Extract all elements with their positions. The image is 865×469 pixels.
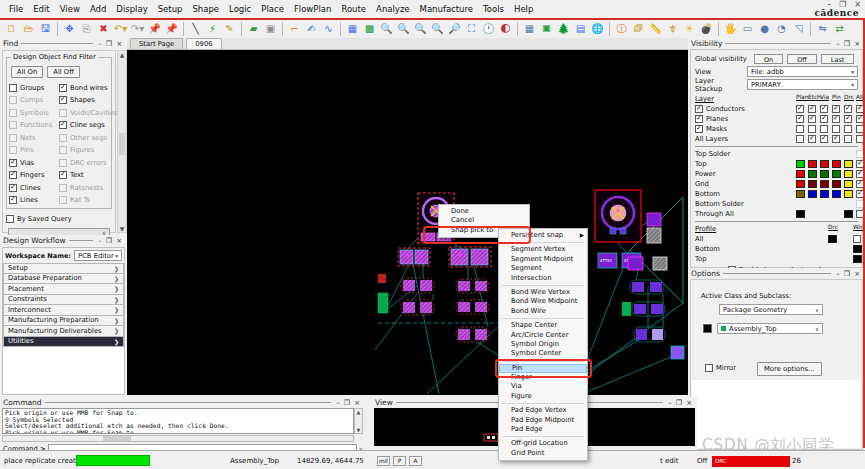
absolute-button[interactable]: A (409, 456, 422, 466)
masks-via-checkbox[interactable] (820, 125, 828, 133)
nets-checkbox[interactable] (9, 134, 17, 142)
drc-errors-checkbox[interactable] (59, 159, 67, 167)
profile-all-wire-checkbox[interactable] (853, 235, 861, 243)
top-swatch-1[interactable] (808, 160, 817, 168)
shape-add-icon[interactable]: ▰ (245, 21, 262, 37)
bottom-swatch-0[interactable] (796, 190, 805, 198)
arc-icon[interactable]: ◔ (773, 21, 790, 37)
global-on-button[interactable]: On (754, 54, 783, 64)
find-float-icon[interactable]: ❐ (104, 40, 114, 48)
visibility-minimize-icon[interactable]: – (834, 40, 842, 48)
subclass-dropdown[interactable]: Assembly_Top∨ (717, 323, 823, 334)
voids-cavities-checkbox[interactable] (59, 109, 67, 117)
add-line-icon[interactable]: ╲ (187, 21, 204, 37)
menu-edit[interactable]: Edit (28, 2, 54, 16)
workflow-item-placement[interactable]: Placement❯ (3, 284, 124, 295)
planes-via-checkbox[interactable] (820, 115, 828, 123)
view-dropdown[interactable]: File: adbb▾ (747, 66, 858, 77)
layer-stackup-dropdown[interactable]: PRIMARY▾ (747, 79, 858, 90)
menu-flowplan[interactable]: FlowPlan (289, 2, 337, 16)
command-hscrollbar[interactable] (2, 435, 354, 442)
power-swatch-2[interactable] (820, 170, 829, 178)
planes-checkbox[interactable] (695, 115, 703, 123)
world-view-icon[interactable]: 🌐 (589, 21, 606, 37)
bottom-swatch-2[interactable] (820, 190, 829, 198)
conductors-checkbox[interactable] (695, 105, 703, 113)
help-icon[interactable]: 🕐 (480, 21, 497, 37)
workflow-item-constraints[interactable]: Constraints❯ (3, 295, 124, 306)
workflow-item-utilities[interactable]: Utilities❯ (3, 337, 124, 348)
undo-icon[interactable]: ↶▾ (112, 21, 129, 37)
properties-icon[interactable]: 🗊 (630, 21, 647, 37)
pick-button[interactable]: P (393, 456, 406, 466)
layers-icon[interactable]: 🌲 (555, 21, 572, 37)
visibility-close-icon[interactable]: × (852, 40, 862, 48)
shapes-checkbox[interactable] (59, 96, 67, 104)
snap-menu-item-via[interactable]: Via (499, 382, 587, 391)
zoom-in-icon[interactable]: 🔍 (378, 21, 395, 37)
options-close-icon[interactable]: × (852, 270, 862, 278)
masks-drc-checkbox[interactable] (844, 125, 852, 133)
snap-menu-item-segment-vertex[interactable]: Segment Vertex (499, 245, 587, 254)
zoom-by-points-icon[interactable]: 🔍 (412, 21, 429, 37)
gnd-swatch-4[interactable] (844, 180, 853, 188)
profile-top-wire-swatch[interactable] (853, 255, 862, 263)
other-segs-checkbox[interactable] (59, 134, 67, 142)
planes-drc-checkbox[interactable] (844, 115, 852, 123)
route-icon[interactable]: ⌐ (286, 21, 303, 37)
bottom-swatch-1[interactable] (808, 190, 817, 198)
slide-icon[interactable]: ✎ (221, 21, 238, 37)
fingers-checkbox[interactable] (9, 171, 17, 179)
all-layers-plan-checkbox[interactable] (796, 135, 804, 143)
figures-checkbox[interactable] (59, 146, 67, 154)
all-off-button[interactable]: All Off (47, 66, 80, 78)
snap-menu-item-shape-center[interactable]: Shape Center (499, 321, 587, 330)
pan-icon[interactable]: 🖐 (722, 21, 739, 37)
power-swatch-0[interactable] (796, 170, 805, 178)
top-swatch-2[interactable] (820, 160, 829, 168)
menu-file[interactable]: File (4, 2, 28, 16)
menu-manufacture[interactable]: Manufacture (415, 2, 478, 16)
ratsnests-checkbox[interactable] (59, 184, 67, 192)
subclass-color-swatch[interactable] (703, 324, 712, 333)
pins-checkbox[interactable] (9, 146, 17, 154)
measure-icon[interactable]: 📏 (647, 21, 664, 37)
profile-all-drc-swatch[interactable] (828, 235, 837, 243)
pcb-canvas[interactable]: ATT01 ATT02 (127, 50, 688, 395)
workspace-dropdown[interactable]: PCB Editor▾ (74, 250, 122, 261)
command-vscrollbar[interactable]: ▲▼ (354, 408, 363, 434)
lines-checkbox[interactable] (9, 196, 17, 204)
planes-etch-checkbox[interactable] (808, 115, 816, 123)
snap-menu-item-bond-wire[interactable]: Bond Wire (499, 307, 587, 316)
tab-start-page[interactable]: Start Page (130, 38, 183, 49)
snap-menu-item-off-grid-location[interactable]: Off-grid Location (499, 439, 587, 448)
groups-checkbox[interactable] (9, 84, 17, 92)
workflow-minimize-icon[interactable]: – (96, 237, 104, 245)
highlight-icon[interactable]: ☀ (681, 21, 698, 37)
all-layers-drc-checkbox[interactable] (844, 135, 852, 143)
zoom-out-icon[interactable]: 🔍 (395, 21, 412, 37)
rat-ts-checkbox[interactable] (59, 196, 67, 204)
planes-pin-checkbox[interactable] (832, 115, 840, 123)
power-swatch-3[interactable] (832, 170, 841, 178)
snap-menu-item-bond-wire-vertex[interactable]: Bond Wire Vertex (499, 288, 587, 297)
delete-icon[interactable]: ✖ (95, 21, 112, 37)
snap-menu-item-finger[interactable]: Finger (499, 373, 587, 382)
command-close-icon[interactable]: × (352, 399, 362, 407)
workflow-item-database-preparation[interactable]: Database Preparation❯ (3, 274, 124, 285)
more-options-button[interactable]: More options... (757, 362, 822, 376)
snap-menu-item-bond-wire-midpoint[interactable]: Bond Wire Midpoint (499, 297, 587, 306)
snap-menu-item-pin[interactable]: Pin (499, 364, 587, 373)
snap-menu-item-persistent-snap[interactable]: Persistent snap▶ (499, 231, 587, 240)
menu-setup[interactable]: Setup (153, 2, 188, 16)
bottom-swatch-4[interactable] (844, 190, 853, 198)
workflow-item-manufacturing-deliverables[interactable]: Manufacturing Deliverables❯ (3, 326, 124, 337)
save-icon[interactable]: 🖫 (37, 21, 54, 37)
global-last-button[interactable]: Last (821, 54, 855, 64)
move-icon[interactable]: ✥ (61, 21, 78, 37)
xsection-icon[interactable]: ▤ (572, 21, 589, 37)
menu-display[interactable]: Display (111, 2, 152, 16)
masks-pin-checkbox[interactable] (832, 125, 840, 133)
all-layers-via-checkbox[interactable] (820, 135, 828, 143)
masks-plan-checkbox[interactable] (796, 125, 804, 133)
